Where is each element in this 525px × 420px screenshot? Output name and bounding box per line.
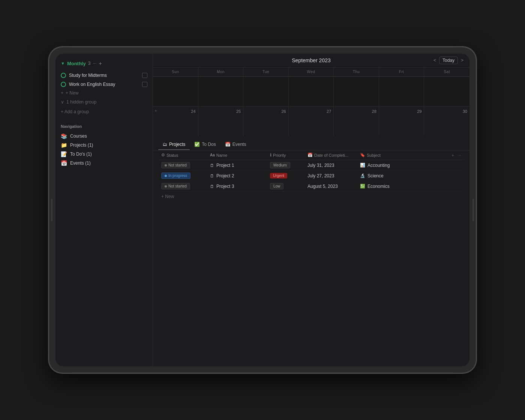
- add-event-icon[interactable]: +: [154, 108, 157, 114]
- cell-date-26: 26: [245, 108, 287, 114]
- calendar-cell[interactable]: [153, 76, 198, 106]
- courses-icon: 📚: [61, 133, 67, 139]
- file-icon-1: 🗒: [210, 163, 214, 168]
- add-group-button[interactable]: + Add a group: [56, 107, 153, 117]
- nav-label-projects: Projects (1): [70, 142, 93, 148]
- calendar-cell-29[interactable]: 29: [379, 106, 424, 136]
- projects-tab-icon: 🗂: [163, 142, 167, 147]
- todos-icon: 📝: [61, 151, 67, 157]
- nav-item-courses[interactable]: 📚 Courses: [61, 132, 147, 141]
- subject-col-icon: 🔖: [360, 153, 365, 158]
- status-dot-icon: [165, 185, 167, 188]
- main-content: September 2023 < Today > Sun Mon Tue Wed…: [153, 54, 470, 366]
- calendar-cell-27[interactable]: 27: [289, 106, 334, 136]
- nav-item-todos[interactable]: 📝 To Do's (1): [61, 150, 147, 159]
- new-task-button[interactable]: + + New: [56, 89, 153, 97]
- td-subject-1: 📊 Accounting: [357, 163, 464, 168]
- tab-todos[interactable]: ✅ To Dos: [190, 140, 220, 150]
- task-checkbox[interactable]: [142, 73, 147, 78]
- subject-name-3: Economics: [368, 184, 390, 189]
- tab-projects[interactable]: 🗂 Projects: [158, 140, 190, 150]
- td-status-3: Not started: [158, 183, 207, 189]
- calendar-cell[interactable]: [243, 76, 289, 106]
- cell-date-30: 30: [426, 108, 468, 114]
- td-status-1: Not started: [158, 162, 207, 168]
- th-priority: ℹ Priority: [267, 153, 304, 158]
- status-dot-icon: [165, 175, 167, 177]
- name-col-label: Name: [216, 153, 227, 158]
- calendar-cell[interactable]: [198, 76, 244, 106]
- view-add-icon[interactable]: +: [99, 60, 102, 66]
- table-row[interactable]: In progress 🗒 Project 2 Urgent July 27, …: [158, 171, 464, 181]
- td-date-2: July 27, 2023: [304, 173, 357, 178]
- table-row[interactable]: Not started 🗒 Project 3 Low August 5, 20…: [158, 181, 464, 192]
- priority-col-label: Priority: [273, 153, 286, 158]
- view-more-icon[interactable]: ···: [93, 61, 96, 66]
- th-actions: + ···: [448, 153, 464, 158]
- cell-date-27: 27: [290, 108, 332, 114]
- cell-date-29: 29: [381, 108, 423, 114]
- task-circle-icon: [61, 73, 66, 78]
- task-item[interactable]: Work on English Essay: [56, 80, 153, 89]
- calendar-week-2: + 24 25 26 27 28 2: [153, 106, 470, 136]
- date-col-label: Date of Completi...: [314, 153, 348, 158]
- calendar-week-1: [153, 76, 470, 106]
- new-row-button[interactable]: + New: [158, 192, 464, 201]
- td-date-1: July 31, 2023: [304, 163, 357, 168]
- view-arrow-icon: ▼: [61, 61, 65, 66]
- events-tab-icon: 📅: [225, 142, 231, 147]
- date-col-icon: 📅: [308, 153, 313, 158]
- task-label: Work on English Essay: [69, 82, 139, 87]
- prev-month-button[interactable]: <: [434, 58, 436, 63]
- day-header-mon: Mon: [198, 68, 244, 76]
- name-col-icon: Aa: [210, 153, 215, 157]
- nav-label-events: Events (1): [70, 160, 91, 166]
- calendar-cell[interactable]: [289, 76, 334, 106]
- task-label: Study for Midterms: [69, 73, 139, 78]
- plus-icon: +: [61, 90, 63, 96]
- table-row[interactable]: Not started 🗒 Project 1 Medium July 31, …: [158, 160, 464, 171]
- tab-events-label: Events: [232, 142, 246, 147]
- calendar-cell[interactable]: [424, 76, 470, 106]
- subject-name-1: Accounting: [368, 163, 390, 168]
- task-checkbox[interactable]: [142, 82, 147, 87]
- tab-bar: 🗂 Projects ✅ To Dos 📅 Events: [153, 136, 470, 150]
- day-header-fri: Fri: [379, 68, 424, 76]
- day-header-sun: Sun: [153, 68, 198, 76]
- calendar-cell-28[interactable]: 28: [334, 106, 379, 136]
- add-col-icon[interactable]: +: [452, 153, 454, 158]
- calendar-cell[interactable]: [379, 76, 424, 106]
- tab-events[interactable]: 📅 Events: [220, 140, 251, 150]
- calendar-cell-25[interactable]: 25: [198, 106, 244, 136]
- calendar-cell-24[interactable]: + 24: [153, 106, 198, 136]
- ipad-frame: ▼ Monthly 3 ··· + Study for Midterms Wor…: [49, 47, 476, 373]
- calendar-cell-26[interactable]: 26: [243, 106, 289, 136]
- subject-col-label: Subject: [367, 153, 381, 158]
- calendar-cell[interactable]: [334, 76, 379, 106]
- project-name-1: Project 1: [216, 163, 234, 168]
- td-priority-1: Medium: [267, 162, 304, 168]
- calendar-cell-30[interactable]: 30: [424, 106, 470, 136]
- task-item[interactable]: Study for Midterms: [56, 71, 153, 80]
- todos-tab-icon: ✅: [194, 142, 200, 147]
- cell-date-28: 28: [335, 108, 377, 114]
- td-status-2: In progress: [158, 172, 207, 179]
- more-col-icon[interactable]: ···: [458, 153, 461, 158]
- th-date: 📅 Date of Completi...: [304, 153, 357, 158]
- priority-badge-3: Low: [270, 183, 284, 189]
- hidden-group-toggle[interactable]: ∨ 1 hidden group: [56, 97, 153, 107]
- events-icon: 📅: [61, 160, 67, 166]
- today-button[interactable]: Today: [439, 57, 458, 64]
- nav-label-todos: To Do's (1): [70, 152, 92, 157]
- next-month-button[interactable]: >: [461, 58, 464, 63]
- nav-item-events[interactable]: 📅 Events (1): [61, 159, 147, 168]
- projects-icon: 📁: [61, 142, 67, 148]
- nav-item-projects[interactable]: 📁 Projects (1): [61, 141, 147, 150]
- sidebar-view-header[interactable]: ▼ Monthly 3 ··· +: [56, 58, 153, 69]
- status-badge-1: Not started: [161, 162, 190, 168]
- td-priority-3: Low: [267, 183, 304, 189]
- projects-section: 🗂 Projects ✅ To Dos 📅 Events: [153, 136, 470, 366]
- navigation-title: Navigation: [61, 124, 147, 129]
- project-name-2: Project 2: [216, 173, 234, 178]
- nav-label-courses: Courses: [70, 134, 87, 139]
